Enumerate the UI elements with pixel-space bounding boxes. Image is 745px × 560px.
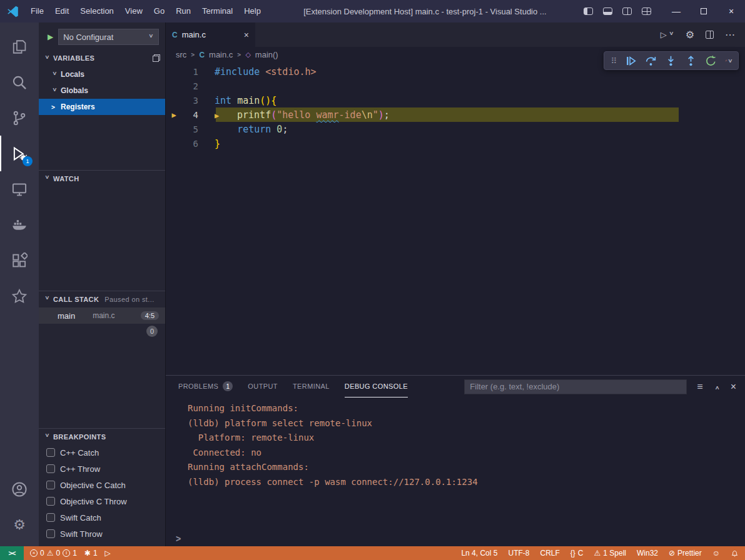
editor-tab-main-c[interactable]: C main.c × <box>166 22 255 47</box>
line-number[interactable]: 2 <box>182 81 198 91</box>
platform-status[interactable]: Win32 <box>637 549 658 558</box>
language-mode[interactable]: {} C <box>570 549 584 558</box>
start-debugging-icon[interactable]: ▶ <box>48 32 53 41</box>
line-number[interactable]: 1 <box>182 67 198 77</box>
code-line[interactable]: ▶4▶printf("hello wamr-ide\n"); <box>166 108 745 122</box>
line-number[interactable]: 3 <box>182 96 198 106</box>
breakpoint-checkbox[interactable] <box>46 497 55 506</box>
code-text[interactable]: int main(){ <box>215 95 276 106</box>
variable-scope-row[interactable]: > Globals <box>39 82 165 99</box>
menu-item[interactable]: View <box>119 0 148 22</box>
tab-close-icon[interactable]: × <box>244 30 249 40</box>
menu-item[interactable]: Terminal <box>196 0 238 22</box>
eol-sequence[interactable]: CRLF <box>540 549 559 558</box>
breadcrumb-folder[interactable]: src <box>176 50 186 59</box>
panel-tab[interactable]: TERMINAL <box>293 376 330 398</box>
line-number[interactable]: 5 <box>182 124 198 134</box>
panel-tab[interactable]: OUTPUT <box>248 376 278 398</box>
code-line[interactable]: 5 return 0; <box>166 122 745 136</box>
minimize-button[interactable]: — <box>662 0 690 22</box>
breakpoint-row[interactable]: Objective C Throw <box>39 493 165 509</box>
breadcrumb-symbol[interactable]: main() <box>255 50 278 59</box>
debug-console-input[interactable]: > <box>166 530 745 546</box>
account-icon[interactable] <box>0 471 39 507</box>
variables-section-header[interactable]: > VARIABLES <box>39 50 165 66</box>
panel-tab[interactable]: PROBLEMS 1 <box>178 376 233 398</box>
console-options-icon[interactable]: ≡ <box>697 381 702 392</box>
problems-status[interactable]: × 0 ⚠ 0 i 1 <box>30 549 77 558</box>
call-stack-section-header[interactable]: > CALL STACK Paused on st... <box>39 291 165 307</box>
run-and-debug-icon[interactable]: 1 <box>0 136 39 171</box>
breakpoint-row[interactable]: C++ Throw <box>39 461 165 477</box>
variable-scope-row[interactable]: > Locals <box>39 66 165 82</box>
search-icon[interactable] <box>0 64 39 100</box>
step-out-button[interactable] <box>685 55 697 67</box>
breakpoint-row[interactable]: Swift Catch <box>39 509 165 526</box>
explorer-icon[interactable] <box>0 29 39 64</box>
code-text[interactable]: } <box>215 138 220 149</box>
debug-config-dropdown[interactable]: No Configurat > <box>58 29 159 45</box>
line-number[interactable]: 4 <box>182 110 198 120</box>
console-filter-input[interactable] <box>464 379 687 394</box>
code-line[interactable]: 6} <box>166 136 745 151</box>
code-line[interactable]: 3int main(){ <box>166 93 745 108</box>
menu-item[interactable]: Edit <box>49 0 74 22</box>
formatter-status[interactable]: ⊘ Prettier <box>669 549 702 558</box>
breakpoint-row[interactable]: Swift Throw <box>39 526 165 542</box>
debug-status[interactable]: ▷ <box>105 549 111 558</box>
watch-section-header[interactable]: > WATCH <box>39 170 165 186</box>
toolbar-drag-handle[interactable]: ⠿ <box>611 56 617 66</box>
notifications-bell-icon[interactable] <box>731 549 739 558</box>
menu-item[interactable]: Selection <box>74 0 119 22</box>
customize-layout-icon[interactable] <box>642 8 651 15</box>
step-over-button[interactable] <box>645 55 657 67</box>
code-editor[interactable]: 1#include <stdio.h>23int main(){▶4▶print… <box>166 62 745 375</box>
more-actions-icon[interactable]: ⋯ <box>725 29 735 41</box>
breakpoint-checkbox[interactable] <box>46 481 55 489</box>
stack-frame-row[interactable]: main main.c 4:5 <box>39 308 165 324</box>
close-button[interactable]: × <box>717 0 745 22</box>
toggle-secondary-sidebar-icon[interactable] <box>622 8 632 15</box>
feedback-smiley-icon[interactable]: ☺ <box>712 549 720 558</box>
code-text[interactable]: ▶printf("hello wamr-ide\n"); <box>215 109 390 121</box>
disconnect-button[interactable]: > <box>725 58 732 64</box>
split-editor-icon[interactable] <box>706 31 714 39</box>
run-or-debug-button[interactable]: ▷ > <box>661 30 674 39</box>
menu-item[interactable]: File <box>25 0 49 22</box>
line-number[interactable]: 6 <box>182 139 198 149</box>
gear-icon[interactable]: ⚙ <box>686 29 694 41</box>
remote-explorer-icon[interactable] <box>0 171 39 207</box>
breadcrumb-file[interactable]: main.c <box>209 50 233 59</box>
code-text[interactable]: return 0; <box>215 124 288 135</box>
docker-icon[interactable] <box>0 207 39 242</box>
collapse-all-icon[interactable] <box>153 54 160 62</box>
current-line-arrow-icon[interactable]: ▶ <box>166 111 182 119</box>
remote-indicator[interactable]: >< <box>0 546 24 560</box>
toggle-sidebar-icon[interactable] <box>584 8 593 15</box>
maximize-button[interactable] <box>690 0 717 22</box>
menu-item[interactable]: Run <box>170 0 196 22</box>
code-line[interactable]: 2 <box>166 79 745 93</box>
encoding[interactable]: UTF-8 <box>508 549 529 558</box>
toggle-panel-icon[interactable] <box>603 8 612 15</box>
extensions-icon[interactable] <box>0 242 39 278</box>
breakpoints-section-header[interactable]: > BREAKPOINTS <box>39 428 165 444</box>
star-icon[interactable] <box>0 278 39 314</box>
cursor-position[interactable]: Ln 4, Col 5 <box>461 549 497 558</box>
close-panel-icon[interactable]: × <box>731 381 736 392</box>
step-into-button[interactable] <box>665 55 677 67</box>
panel-tab[interactable]: DEBUG CONSOLE <box>345 376 408 398</box>
breakpoint-row[interactable]: C++ Catch <box>39 444 165 461</box>
settings-gear-icon[interactable]: ⚙ <box>0 507 39 542</box>
breakpoint-checkbox[interactable] <box>46 464 55 473</box>
spell-checker-status[interactable]: ⚠ 1 Spell <box>594 549 626 558</box>
source-control-icon[interactable] <box>0 100 39 136</box>
variable-scope-row[interactable]: > Registers <box>39 99 165 115</box>
breakpoint-row[interactable]: Objective C Catch <box>39 477 165 493</box>
breakpoint-checkbox[interactable] <box>46 529 55 538</box>
continue-button[interactable] <box>625 55 637 67</box>
menu-item[interactable]: Go <box>148 0 170 22</box>
ports-status[interactable]: ✱ 1 <box>84 549 98 558</box>
breakpoint-checkbox[interactable] <box>46 513 55 522</box>
menu-item[interactable]: Help <box>238 0 266 22</box>
